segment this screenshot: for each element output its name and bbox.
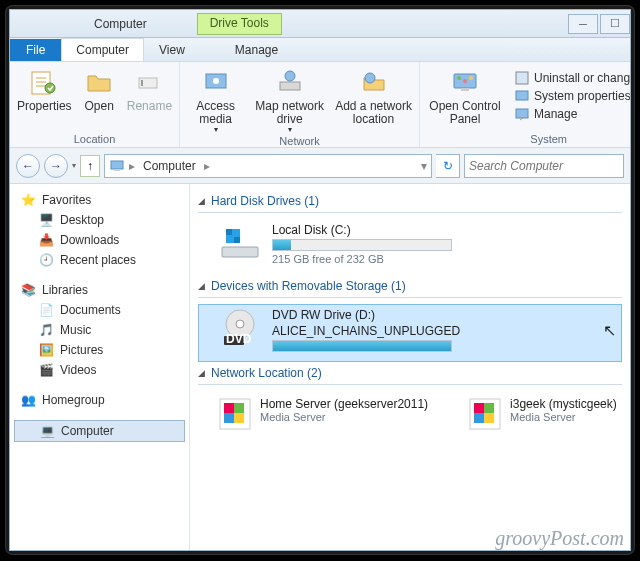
svg-rect-28: [224, 403, 234, 413]
sidebar-libraries-head[interactable]: 📚Libraries: [10, 280, 189, 300]
system-props-icon: [514, 88, 530, 104]
svg-rect-10: [461, 88, 469, 91]
access-media-button[interactable]: Access media▾: [186, 66, 245, 135]
cursor-icon: ↖: [603, 321, 616, 340]
forward-button[interactable]: →: [44, 154, 68, 178]
properties-icon: [28, 66, 60, 98]
sidebar-item-pictures[interactable]: 🖼️Pictures: [10, 340, 189, 360]
map-drive-icon: [274, 66, 306, 98]
svg-rect-18: [114, 169, 120, 171]
homegroup-icon: 👥: [20, 392, 36, 408]
properties-label: Properties: [17, 100, 72, 113]
section-hdd[interactable]: ◢Hard Disk Drives (1): [198, 190, 622, 212]
net2-title: i3geek (mysticgeek): [510, 397, 617, 411]
drive-free-text: 215 GB free of 232 GB: [272, 253, 616, 265]
net2-sub: Media Server: [510, 411, 617, 423]
sidebar-item-videos[interactable]: 🎬Videos: [10, 360, 189, 380]
svg-rect-31: [234, 413, 244, 423]
sidebar-favorites-head[interactable]: ⭐Favorites: [10, 190, 189, 210]
map-drive-label: Map network drive: [251, 100, 328, 126]
rename-button: Rename: [126, 66, 173, 113]
drive-dvd[interactable]: DVD DVD RW Drive (D:) ALICE_IN_CHAINS_UN…: [198, 304, 622, 362]
sidebar-item-desktop[interactable]: 🖥️Desktop: [10, 210, 189, 230]
svg-point-1: [45, 83, 55, 93]
control-panel-label: Open Control Panel: [426, 100, 504, 126]
tab-file[interactable]: File: [10, 39, 61, 61]
control-panel-icon: [449, 66, 481, 98]
net1-sub: Media Server: [260, 411, 428, 423]
wmp-icon: [468, 397, 502, 431]
drive-local-disk[interactable]: Local Disk (C:) 215 GB free of 232 GB: [198, 219, 622, 275]
tab-view[interactable]: View: [144, 38, 200, 61]
recent-icon: 🕘: [38, 252, 54, 268]
access-media-label: Access media: [186, 100, 245, 126]
uninstall-button[interactable]: Uninstall or change a pro: [514, 70, 631, 86]
svg-rect-16: [516, 109, 528, 118]
system-properties-button[interactable]: System properties: [514, 88, 631, 104]
svg-rect-30: [224, 413, 234, 423]
sidebar-item-music[interactable]: 🎵Music: [10, 320, 189, 340]
content-pane: ◢Hard Disk Drives (1) Local Disk (C:) 21…: [190, 184, 630, 550]
desktop-icon: 🖥️: [38, 212, 54, 228]
computer-icon: 💻: [39, 423, 55, 439]
hdd-icon: [218, 223, 262, 263]
drive-label: Local Disk (C:): [272, 223, 616, 237]
svg-point-5: [213, 78, 219, 84]
tab-manage[interactable]: Manage: [220, 38, 293, 61]
svg-text:DVD: DVD: [226, 332, 252, 346]
sidebar-item-documents[interactable]: 📄Documents: [10, 300, 189, 320]
svg-rect-19: [222, 247, 258, 257]
svg-rect-3: [141, 80, 143, 86]
sidebar: ⭐Favorites 🖥️Desktop 📥Downloads 🕘Recent …: [10, 184, 190, 550]
tab-computer[interactable]: Computer: [61, 38, 144, 61]
svg-point-12: [463, 79, 467, 83]
group-label-system: System: [420, 133, 631, 147]
downloads-icon: 📥: [38, 232, 54, 248]
back-button[interactable]: ←: [16, 154, 40, 178]
network-location-1[interactable]: Home Server (geekserver2011)Media Server: [218, 397, 428, 431]
breadcrumb[interactable]: Computer: [139, 159, 200, 173]
section-network[interactable]: ◢Network Location (2): [198, 362, 622, 384]
map-network-drive-button[interactable]: Map network drive▾: [251, 66, 328, 135]
svg-rect-36: [484, 413, 494, 423]
ribbon: Properties Open Rename Location Access m…: [10, 62, 630, 148]
svg-rect-6: [280, 82, 300, 90]
address-bar[interactable]: ▸ Computer ▸ ▾: [104, 154, 432, 178]
watermark: groovyPost.com: [495, 527, 624, 550]
manage-button[interactable]: Manage: [514, 106, 631, 122]
window-title: Computer: [88, 17, 171, 31]
sidebar-homegroup-head[interactable]: 👥Homegroup: [10, 390, 189, 410]
minimize-button[interactable]: ─: [568, 14, 598, 34]
svg-rect-15: [516, 91, 528, 100]
section-removable[interactable]: ◢Devices with Removable Storage (1): [198, 275, 622, 297]
sidebar-item-downloads[interactable]: 📥Downloads: [10, 230, 189, 250]
capacity-bar: [272, 340, 452, 352]
svg-point-7: [285, 71, 295, 81]
videos-icon: 🎬: [38, 362, 54, 378]
up-button[interactable]: ↑: [80, 155, 100, 177]
add-network-location-button[interactable]: Add a network location: [334, 66, 413, 126]
rename-icon: [133, 66, 165, 98]
refresh-button[interactable]: ↻: [436, 154, 460, 178]
sidebar-item-recent[interactable]: 🕘Recent places: [10, 250, 189, 270]
properties-button[interactable]: Properties: [16, 66, 73, 113]
control-panel-button[interactable]: Open Control Panel: [426, 66, 504, 126]
sidebar-item-computer[interactable]: 💻Computer: [14, 420, 185, 442]
dvd-icon: DVD: [218, 308, 262, 348]
network-location-2[interactable]: i3geek (mysticgeek)Media Server: [468, 397, 617, 431]
dvd-label2: ALICE_IN_CHAINS_UNPLUGGED: [272, 324, 593, 338]
net1-title: Home Server (geekserver2011): [260, 397, 428, 411]
search-input[interactable]: [464, 154, 624, 178]
svg-rect-14: [516, 72, 528, 84]
uninstall-icon: [514, 70, 530, 86]
svg-rect-33: [474, 403, 484, 413]
open-button[interactable]: Open: [79, 66, 120, 113]
computer-icon: [109, 158, 125, 174]
open-icon: [83, 66, 115, 98]
wmp-icon: [218, 397, 252, 431]
titlebar: Computer Drive Tools ─ ☐: [10, 10, 630, 38]
open-label: Open: [85, 100, 114, 113]
maximize-button[interactable]: ☐: [600, 14, 630, 34]
contextual-tab-drive-tools[interactable]: Drive Tools: [197, 13, 282, 35]
media-icon: [200, 66, 232, 98]
